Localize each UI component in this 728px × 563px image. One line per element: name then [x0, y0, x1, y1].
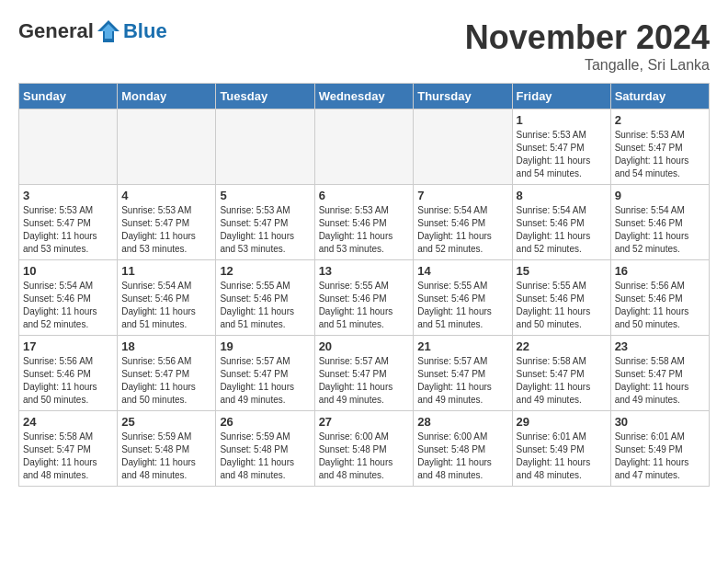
day-number: 1 [517, 113, 607, 127]
day-number: 21 [417, 339, 507, 353]
day-number: 27 [319, 415, 410, 429]
day-number: 4 [121, 189, 211, 202]
day-of-week-header: Tuesday [216, 84, 314, 109]
day-number: 6 [319, 189, 410, 202]
day-number: 28 [417, 415, 507, 429]
calendar-week-row: 24Sunrise: 5:58 AMSunset: 5:47 PMDayligh… [19, 411, 710, 487]
day-number: 17 [23, 339, 113, 353]
day-number: 18 [121, 339, 211, 353]
day-info: Sunrise: 6:00 AMSunset: 5:48 PMDaylight:… [319, 431, 410, 482]
calendar-day-cell: 30Sunrise: 6:01 AMSunset: 5:49 PMDayligh… [610, 411, 709, 487]
day-info: Sunrise: 5:53 AMSunset: 5:47 PMDaylight:… [615, 129, 705, 180]
logo-blue: Blue [123, 19, 167, 43]
calendar-day-cell: 17Sunrise: 5:56 AMSunset: 5:46 PMDayligh… [19, 336, 118, 411]
calendar-day-cell: 7Sunrise: 5:54 AMSunset: 5:46 PMDaylight… [414, 185, 512, 260]
day-info: Sunrise: 5:55 AMSunset: 5:46 PMDaylight:… [417, 280, 507, 331]
day-info: Sunrise: 5:58 AMSunset: 5:47 PMDaylight:… [517, 355, 607, 407]
calendar-day-cell: 26Sunrise: 5:59 AMSunset: 5:48 PMDayligh… [216, 411, 314, 487]
day-info: Sunrise: 5:57 AMSunset: 5:47 PMDaylight:… [417, 355, 507, 407]
day-number: 30 [615, 415, 705, 429]
day-info: Sunrise: 5:59 AMSunset: 5:48 PMDaylight:… [121, 431, 211, 482]
calendar-week-row: 10Sunrise: 5:54 AMSunset: 5:46 PMDayligh… [19, 260, 710, 336]
logo: General Blue [18, 18, 167, 44]
day-info: Sunrise: 5:57 AMSunset: 5:47 PMDaylight:… [319, 355, 410, 407]
logo-general: General [18, 19, 94, 43]
calendar-day-cell: 15Sunrise: 5:55 AMSunset: 5:46 PMDayligh… [512, 260, 610, 336]
day-info: Sunrise: 5:55 AMSunset: 5:46 PMDaylight:… [220, 280, 310, 331]
day-of-week-header: Saturday [610, 84, 709, 109]
calendar-day-cell: 4Sunrise: 5:53 AMSunset: 5:47 PMDaylight… [118, 185, 216, 260]
calendar-day-cell: 8Sunrise: 5:54 AMSunset: 5:46 PMDaylight… [512, 185, 610, 260]
day-number: 23 [615, 339, 705, 353]
calendar-day-cell [19, 109, 118, 185]
day-number: 12 [220, 264, 310, 278]
day-number: 5 [220, 189, 310, 202]
day-info: Sunrise: 5:57 AMSunset: 5:47 PMDaylight:… [220, 355, 310, 407]
day-number: 9 [615, 189, 705, 202]
calendar-day-cell: 29Sunrise: 6:01 AMSunset: 5:49 PMDayligh… [512, 411, 610, 487]
day-number: 26 [220, 415, 310, 429]
calendar-day-cell: 24Sunrise: 5:58 AMSunset: 5:47 PMDayligh… [19, 411, 118, 487]
day-info: Sunrise: 5:56 AMSunset: 5:47 PMDaylight:… [121, 355, 211, 407]
calendar-day-cell: 20Sunrise: 5:57 AMSunset: 5:47 PMDayligh… [314, 336, 414, 411]
day-number: 29 [517, 415, 607, 429]
calendar-day-cell: 27Sunrise: 6:00 AMSunset: 5:48 PMDayligh… [314, 411, 414, 487]
calendar-day-cell: 16Sunrise: 5:56 AMSunset: 5:46 PMDayligh… [610, 260, 709, 336]
page-header: General Blue November 2024 Tangalle, Sri… [18, 18, 710, 74]
calendar-day-cell: 6Sunrise: 5:53 AMSunset: 5:46 PMDaylight… [314, 185, 414, 260]
calendar-day-cell: 19Sunrise: 5:57 AMSunset: 5:47 PMDayligh… [216, 336, 314, 411]
calendar-day-cell: 23Sunrise: 5:58 AMSunset: 5:47 PMDayligh… [610, 336, 709, 411]
day-info: Sunrise: 6:01 AMSunset: 5:49 PMDaylight:… [517, 431, 607, 482]
day-number: 19 [220, 339, 310, 353]
day-info: Sunrise: 5:55 AMSunset: 5:46 PMDaylight:… [319, 280, 410, 331]
day-number: 16 [615, 264, 705, 278]
day-info: Sunrise: 6:01 AMSunset: 5:49 PMDaylight:… [615, 431, 705, 482]
day-info: Sunrise: 5:58 AMSunset: 5:47 PMDaylight:… [615, 355, 705, 407]
calendar-day-cell: 18Sunrise: 5:56 AMSunset: 5:47 PMDayligh… [118, 336, 216, 411]
day-number: 25 [121, 415, 211, 429]
calendar-day-cell: 28Sunrise: 6:00 AMSunset: 5:48 PMDayligh… [414, 411, 512, 487]
day-info: Sunrise: 5:54 AMSunset: 5:46 PMDaylight:… [417, 204, 507, 256]
day-number: 8 [517, 189, 607, 202]
calendar-day-cell: 3Sunrise: 5:53 AMSunset: 5:47 PMDaylight… [19, 185, 118, 260]
logo-icon [96, 18, 121, 44]
calendar-day-cell: 11Sunrise: 5:54 AMSunset: 5:46 PMDayligh… [118, 260, 216, 336]
title-area: November 2024 Tangalle, Sri Lanka [465, 18, 710, 74]
day-info: Sunrise: 6:00 AMSunset: 5:48 PMDaylight:… [417, 431, 507, 482]
calendar-day-cell: 1Sunrise: 5:53 AMSunset: 5:47 PMDaylight… [512, 109, 610, 185]
day-info: Sunrise: 5:59 AMSunset: 5:48 PMDaylight:… [220, 431, 310, 482]
day-info: Sunrise: 5:53 AMSunset: 5:47 PMDaylight:… [220, 204, 310, 256]
calendar-day-cell: 22Sunrise: 5:58 AMSunset: 5:47 PMDayligh… [512, 336, 610, 411]
calendar-day-cell [314, 109, 414, 185]
day-info: Sunrise: 5:53 AMSunset: 5:47 PMDaylight:… [23, 204, 113, 256]
day-of-week-header: Friday [512, 84, 610, 109]
day-info: Sunrise: 5:55 AMSunset: 5:46 PMDaylight:… [517, 280, 607, 331]
day-number: 2 [615, 113, 705, 127]
calendar-day-cell: 5Sunrise: 5:53 AMSunset: 5:47 PMDaylight… [216, 185, 314, 260]
month-title: November 2024 [465, 18, 710, 57]
calendar-day-cell: 21Sunrise: 5:57 AMSunset: 5:47 PMDayligh… [414, 336, 512, 411]
day-info: Sunrise: 5:53 AMSunset: 5:47 PMDaylight:… [121, 204, 211, 256]
calendar-day-cell [118, 109, 216, 185]
day-number: 10 [23, 264, 113, 278]
location: Tangalle, Sri Lanka [465, 57, 710, 74]
calendar-day-cell: 9Sunrise: 5:54 AMSunset: 5:46 PMDaylight… [610, 185, 709, 260]
day-info: Sunrise: 5:54 AMSunset: 5:46 PMDaylight:… [23, 280, 113, 331]
day-info: Sunrise: 5:56 AMSunset: 5:46 PMDaylight:… [23, 355, 113, 407]
day-number: 24 [23, 415, 113, 429]
day-of-week-header: Sunday [19, 84, 118, 109]
day-info: Sunrise: 5:56 AMSunset: 5:46 PMDaylight:… [615, 280, 705, 331]
calendar-day-cell: 10Sunrise: 5:54 AMSunset: 5:46 PMDayligh… [19, 260, 118, 336]
day-number: 20 [319, 339, 410, 353]
calendar-day-cell: 25Sunrise: 5:59 AMSunset: 5:48 PMDayligh… [118, 411, 216, 487]
calendar-day-cell: 13Sunrise: 5:55 AMSunset: 5:46 PMDayligh… [314, 260, 414, 336]
day-number: 11 [121, 264, 211, 278]
day-info: Sunrise: 5:54 AMSunset: 5:46 PMDaylight:… [121, 280, 211, 331]
day-of-week-header: Thursday [414, 84, 512, 109]
day-info: Sunrise: 5:53 AMSunset: 5:47 PMDaylight:… [517, 129, 607, 180]
day-of-week-header: Monday [118, 84, 216, 109]
calendar-day-cell [414, 109, 512, 185]
day-info: Sunrise: 5:58 AMSunset: 5:47 PMDaylight:… [23, 431, 113, 482]
day-info: Sunrise: 5:54 AMSunset: 5:46 PMDaylight:… [615, 204, 705, 256]
day-number: 3 [23, 189, 113, 202]
